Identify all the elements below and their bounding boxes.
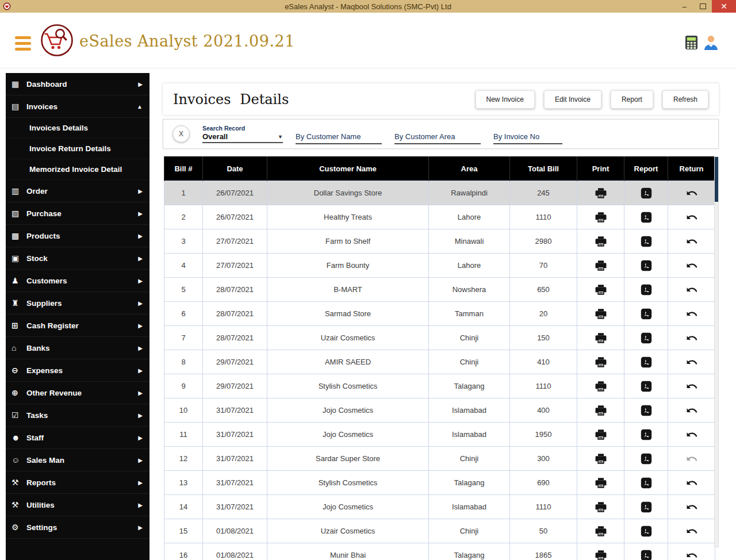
- minimize-button[interactable]: –: [675, 0, 693, 13]
- pdf-report-icon[interactable]: [640, 452, 653, 465]
- table-row[interactable]: 427/07/2021Farm BountyLahore70: [164, 254, 715, 278]
- pdf-report-icon[interactable]: [640, 308, 653, 320]
- print-icon[interactable]: [595, 501, 607, 513]
- print-icon[interactable]: [595, 332, 607, 344]
- pdf-report-icon[interactable]: [640, 477, 653, 489]
- pdf-report-icon[interactable]: [640, 356, 653, 369]
- sidebar-item-invoices[interactable]: ▤Invoices▲: [6, 95, 150, 118]
- table-row[interactable]: 929/07/2021Stylish CosmeticsTalagang1110: [164, 374, 715, 398]
- table-scrollbar-thumb[interactable]: [715, 157, 718, 202]
- pdf-report-icon[interactable]: [640, 187, 653, 200]
- sidebar-item-sales-man[interactable]: ☺Sales Man▶: [6, 449, 150, 471]
- sidebar-item-banks[interactable]: ⌂Banks▶: [6, 337, 150, 359]
- sidebar-item-purchase[interactable]: ▨Purchase▶: [6, 202, 150, 225]
- report-button[interactable]: Report: [611, 90, 653, 109]
- print-icon[interactable]: [595, 404, 607, 417]
- sidebar-item-suppliers[interactable]: ♜Suppliers▶: [6, 292, 150, 314]
- sidebar-subitem-memorized-invoice-detail[interactable]: Memorized Invoice Detail: [6, 159, 150, 180]
- print-icon[interactable]: [595, 259, 607, 272]
- table-row[interactable]: 126/07/2021Dollar Savings StoreRawalpind…: [164, 181, 715, 205]
- sidebar-item-settings[interactable]: ⚙Settings▶: [6, 516, 150, 539]
- table-row[interactable]: 1601/08/2021Munir BhaiTalagang1865: [164, 543, 715, 560]
- sidebar-item-expenses[interactable]: ⊖Expenses▶: [6, 359, 150, 382]
- calculator-icon[interactable]: [685, 35, 698, 52]
- sidebar-item-staff[interactable]: ☻Staff▶: [6, 427, 150, 449]
- sidebar-item-products[interactable]: ▩Products▶: [6, 225, 150, 247]
- pdf-report-icon[interactable]: [640, 525, 653, 538]
- print-icon[interactable]: [595, 187, 607, 200]
- return-undo-icon[interactable]: [685, 452, 698, 465]
- table-row[interactable]: 327/07/2021Farm to ShelfMinawali2980: [164, 229, 715, 254]
- return-undo-icon[interactable]: [685, 477, 698, 489]
- customer-area-filter-input[interactable]: By Customer Area: [394, 132, 481, 144]
- sidebar-item-customers[interactable]: ♟Customers▶: [6, 270, 150, 292]
- print-icon[interactable]: [595, 235, 607, 248]
- return-undo-icon[interactable]: [685, 501, 698, 513]
- table-row[interactable]: 1431/07/2021Jojo CosmeticsIslamabad1110: [164, 495, 715, 519]
- table-row[interactable]: 528/07/2021B-MARTNowshera650: [164, 278, 715, 302]
- pdf-report-icon[interactable]: [640, 404, 653, 417]
- pdf-report-icon[interactable]: [640, 283, 653, 296]
- table-scrollbar[interactable]: [714, 156, 719, 547]
- print-icon[interactable]: [595, 428, 607, 441]
- print-icon[interactable]: [595, 549, 607, 560]
- pdf-report-icon[interactable]: [640, 332, 653, 344]
- table-row[interactable]: 728/07/2021Uzair CosmeticsChinji150: [164, 326, 715, 350]
- pdf-report-icon[interactable]: [640, 211, 653, 224]
- sidebar-item-cash-register[interactable]: ⊞Cash Register▶: [6, 314, 150, 337]
- sidebar-item-utilities[interactable]: ⚒Utilities▶: [6, 494, 150, 516]
- sidebar-item-dashboard[interactable]: ▦Dashboard▶: [6, 73, 150, 95]
- table-row[interactable]: 226/07/2021Healthy TreatsLahore1110: [164, 205, 715, 229]
- sidebar-item-reports[interactable]: ⚒Reports▶: [6, 471, 150, 494]
- sidebar-item-stock[interactable]: ▣Stock▶: [6, 247, 150, 270]
- table-row[interactable]: 1501/08/2021Uzair CosmeticsChinji50: [164, 519, 715, 543]
- sidebar-subitem-invoice-return-details[interactable]: Invoice Return Details: [6, 139, 150, 159]
- pdf-report-icon[interactable]: [640, 501, 653, 513]
- clear-search-button[interactable]: X: [172, 125, 190, 143]
- return-undo-icon[interactable]: [685, 404, 698, 417]
- customer-name-filter-input[interactable]: By Customer Name: [296, 132, 382, 144]
- print-icon[interactable]: [595, 211, 607, 224]
- return-undo-icon[interactable]: [685, 235, 698, 248]
- print-icon[interactable]: [595, 356, 607, 369]
- return-undo-icon[interactable]: [685, 211, 698, 224]
- return-undo-icon[interactable]: [685, 525, 698, 538]
- pdf-report-icon[interactable]: [640, 380, 653, 393]
- invoice-no-filter-input[interactable]: By Invoice No: [493, 132, 562, 144]
- edit-invoice-button[interactable]: Edit Invoice: [544, 90, 601, 109]
- sidebar-subitem-invoices-details[interactable]: Invoices Details: [6, 118, 150, 139]
- sidebar-item-order[interactable]: ▥Order▶: [6, 180, 150, 202]
- return-undo-icon[interactable]: [685, 308, 698, 320]
- sidebar-item-tasks[interactable]: ☑Tasks▶: [6, 404, 150, 427]
- table-row[interactable]: 829/07/2021AMIR SAEEDChinji410: [164, 350, 715, 374]
- table-row[interactable]: 1331/07/2021Stylish CosmeticsTalagang690: [164, 471, 715, 495]
- table-row[interactable]: 1031/07/2021Jojo CosmeticsIslamabad400: [164, 398, 715, 423]
- print-icon[interactable]: [595, 283, 607, 296]
- return-undo-icon[interactable]: [685, 356, 698, 369]
- return-undo-icon[interactable]: [685, 549, 698, 560]
- return-undo-icon[interactable]: [685, 187, 698, 200]
- user-profile-icon[interactable]: [703, 34, 719, 52]
- print-icon[interactable]: [595, 380, 607, 393]
- close-button[interactable]: ✕: [712, 0, 736, 13]
- pdf-report-icon[interactable]: [640, 549, 653, 560]
- return-undo-icon[interactable]: [685, 259, 698, 272]
- maximize-button[interactable]: [693, 0, 712, 13]
- print-icon[interactable]: [595, 477, 607, 489]
- table-row[interactable]: 1131/07/2021Jojo CosmeticsIslamabad1950: [164, 423, 715, 447]
- print-icon[interactable]: [595, 525, 607, 538]
- pdf-report-icon[interactable]: [640, 259, 653, 272]
- refresh-button[interactable]: Refresh: [662, 90, 708, 109]
- return-undo-icon[interactable]: [685, 332, 698, 344]
- print-icon[interactable]: [595, 308, 607, 320]
- sidebar-item-other-revenue[interactable]: ⊕Other Revenue▶: [6, 382, 150, 404]
- search-record-dropdown[interactable]: Search Record Overall ▼: [202, 125, 283, 143]
- table-row[interactable]: 628/07/2021Sarmad StoreTamman20: [164, 302, 715, 326]
- pdf-report-icon[interactable]: [640, 235, 653, 248]
- return-undo-icon[interactable]: [685, 428, 698, 441]
- hamburger-menu-icon[interactable]: [15, 36, 31, 51]
- return-undo-icon[interactable]: [685, 283, 698, 296]
- table-row[interactable]: 1231/07/2021Sardar Super StoreChinji300: [164, 447, 715, 471]
- return-undo-icon[interactable]: [685, 380, 698, 393]
- print-icon[interactable]: [595, 452, 607, 465]
